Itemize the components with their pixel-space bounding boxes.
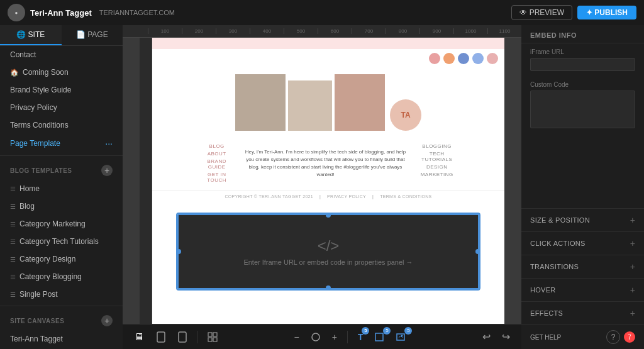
add-canvas-button[interactable]: + bbox=[101, 315, 113, 326]
mobile-view-button[interactable] bbox=[174, 329, 191, 345]
iframe-url-label: iFrame URL bbox=[530, 48, 635, 55]
transitions-section: TRANSITIONS + bbox=[521, 255, 644, 278]
hover-section: HOVER + bbox=[521, 278, 644, 301]
grid-button[interactable] bbox=[204, 330, 221, 345]
iframe-url-input[interactable] bbox=[530, 58, 635, 71]
web-header-strip bbox=[152, 38, 504, 49]
photo-1 bbox=[235, 74, 286, 131]
grid-icon bbox=[208, 332, 218, 342]
sidebar-item-category-marketing[interactable]: ☰ Category Marketing bbox=[0, 215, 123, 233]
resize-handle-right[interactable] bbox=[475, 249, 480, 254]
resize-handle-bottom[interactable] bbox=[326, 285, 331, 291]
transitions-row[interactable]: TRANSITIONS + bbox=[521, 255, 644, 278]
sidebar-item-single-post[interactable]: ☰ Single Post bbox=[0, 285, 123, 303]
add-blog-template-button[interactable]: + bbox=[101, 165, 113, 176]
box-tool-button[interactable]: 5 bbox=[370, 330, 388, 345]
size-position-row[interactable]: SIZE & POSITION + bbox=[521, 209, 644, 231]
click-actions-section: CLICK ACTIONS + bbox=[521, 231, 644, 255]
tablet-icon bbox=[155, 331, 167, 343]
effects-row[interactable]: EFFECTS + bbox=[521, 302, 644, 324]
preview-button[interactable]: 👁 PREVIEW bbox=[511, 5, 572, 20]
media-tool-button[interactable]: 5 bbox=[392, 330, 409, 345]
resize-handle-top[interactable] bbox=[326, 213, 331, 218]
notification-badge[interactable]: 7 bbox=[624, 331, 635, 343]
custom-code-field: Custom Code bbox=[521, 76, 644, 136]
sidebar-item-home[interactable]: ☰ Home bbox=[0, 180, 123, 197]
web-bio-section: BLOG ABOUT BRAND GUIDE GET IN TOUCH Hey,… bbox=[152, 137, 504, 190]
nav-col-left: BLOG ABOUT BRAND GUIDE GET IN TOUCH bbox=[203, 143, 231, 184]
top-bar-actions: 👁 PREVIEW ✦ PUBLISH bbox=[511, 5, 636, 20]
bio-text-container: Hey, I'm Teri-Ann. I'm here to simplify … bbox=[243, 143, 407, 184]
nav-marketing: MARKETING bbox=[419, 172, 454, 177]
sidebar-item-category-design[interactable]: ☰ Category Design bbox=[0, 250, 123, 268]
sidebar-item-contact[interactable]: Contact bbox=[0, 46, 123, 64]
bio-text: Hey, I'm Teri-Ann. I'm here to simplify … bbox=[243, 143, 407, 184]
eye-icon: 👁 bbox=[519, 8, 527, 17]
get-help-button[interactable]: GET HELP bbox=[530, 334, 561, 341]
category-marketing-icon: ☰ bbox=[10, 221, 16, 228]
social-icon-3 bbox=[458, 53, 469, 64]
redo-button[interactable]: ↪ bbox=[498, 328, 514, 345]
center-canvas: 100 200 300 400 500 600 700 800 900 1000… bbox=[123, 25, 521, 349]
more-icon[interactable]: ··· bbox=[105, 138, 113, 148]
sidebar-item-page-template[interactable]: Page Template ··· bbox=[0, 134, 123, 153]
desktop-view-button[interactable]: 🖥 bbox=[130, 329, 148, 345]
hover-label: HOVER bbox=[530, 286, 556, 294]
zoom-out-button[interactable]: − bbox=[291, 330, 303, 345]
help-actions: ? 7 bbox=[606, 330, 635, 344]
blog-templates-label: BLOG TEMPLATES bbox=[10, 167, 72, 174]
embed-block[interactable]: </> Enter Iframe URL or embed code in pr… bbox=[177, 214, 479, 289]
sidebar-item-coming-soon[interactable]: 🏠 Coming Soon bbox=[0, 64, 123, 81]
svg-rect-7 bbox=[375, 333, 383, 341]
hover-row[interactable]: HOVER + bbox=[521, 279, 644, 301]
nav-design: DESIGN bbox=[419, 164, 454, 170]
tab-page[interactable]: 📄 PAGE bbox=[62, 25, 123, 45]
tablet-view-button[interactable] bbox=[152, 329, 170, 345]
sidebar-item-brand-style-guide[interactable]: Brand Style Guide bbox=[0, 81, 123, 99]
bottom-toolbar: 🖥 − bbox=[123, 324, 521, 349]
svg-rect-8 bbox=[397, 334, 404, 340]
svg-rect-2 bbox=[208, 333, 212, 336]
embed-section: </> Enter Iframe URL or embed code in pr… bbox=[152, 202, 504, 307]
ta-badge: TA bbox=[390, 99, 421, 131]
blog-templates-header: BLOG TEMPLATES + bbox=[0, 158, 123, 180]
embed-code-icon: </> bbox=[318, 237, 340, 255]
undo-button[interactable]: ↩ bbox=[479, 328, 494, 345]
nav-blogging: BLOGGING bbox=[419, 143, 454, 149]
publish-button[interactable]: ✦ PUBLISH bbox=[577, 6, 636, 19]
sidebar-item-category-blogging[interactable]: ☰ Category Blogging bbox=[0, 268, 123, 285]
svg-rect-5 bbox=[213, 338, 217, 341]
click-actions-row[interactable]: CLICK ACTIONS + bbox=[521, 232, 644, 255]
sidebar-item-terms-conditions[interactable]: Terms Conditions bbox=[0, 116, 123, 134]
main-layout: 🌐 SITE 📄 PAGE Contact 🏠 Coming Soon Bran… bbox=[0, 25, 644, 349]
web-footer: COPYRIGHT © TERI-ANN TAGGET 2021 | PRIVA… bbox=[152, 190, 504, 202]
blog-templates-section: ☰ Home ☰ Blog ☰ Category Marketing ☰ Cat… bbox=[0, 180, 123, 303]
sidebar-item-category-tech-tutorials[interactable]: ☰ Category Tech Tutorials bbox=[0, 233, 123, 250]
category-blogging-icon: ☰ bbox=[10, 274, 16, 280]
web-photos: TA bbox=[152, 68, 504, 137]
home-icon: 🏠 bbox=[10, 69, 19, 77]
nav-contact: GET IN TOUCH bbox=[203, 172, 231, 183]
zoom-in-button[interactable]: + bbox=[328, 330, 341, 345]
site-url: TERIANNTAGGET.COM bbox=[99, 9, 175, 16]
social-icon-2 bbox=[443, 53, 455, 64]
zoom-tools: − + T 5 5 5 bbox=[291, 330, 410, 345]
sidebar-item-canvas-teri-ann[interactable]: Teri-Ann Tagget bbox=[0, 330, 123, 348]
text-tool-button[interactable]: T 5 bbox=[354, 330, 367, 345]
effects-section: EFFECTS + bbox=[521, 301, 644, 324]
tab-site[interactable]: 🌐 SITE bbox=[0, 25, 62, 45]
sidebar-item-privacy-policy[interactable]: Privacy Policy bbox=[0, 99, 123, 116]
resize-handle-left[interactable] bbox=[176, 249, 181, 254]
transitions-label: TRANSITIONS bbox=[530, 263, 579, 270]
zoom-fit-button[interactable] bbox=[307, 330, 325, 345]
sidebar-item-blog[interactable]: ☰ Blog bbox=[0, 197, 123, 215]
site-canvases-header: SITE CANVASES + bbox=[0, 309, 123, 330]
web-nav: BLOG ABOUT BRAND GUIDE GET IN TOUCH Hey,… bbox=[190, 143, 467, 184]
canvas-area[interactable]: TA BLOG ABOUT BRAND GUIDE GET IN TOUCH H bbox=[123, 38, 521, 324]
help-question-button[interactable]: ? bbox=[606, 330, 620, 344]
embed-info-header: EMBED INFO bbox=[521, 25, 644, 43]
custom-code-textarea[interactable] bbox=[530, 91, 635, 128]
svg-rect-4 bbox=[208, 338, 212, 341]
single-post-icon: ☰ bbox=[10, 291, 16, 298]
social-icon-5 bbox=[487, 53, 498, 64]
